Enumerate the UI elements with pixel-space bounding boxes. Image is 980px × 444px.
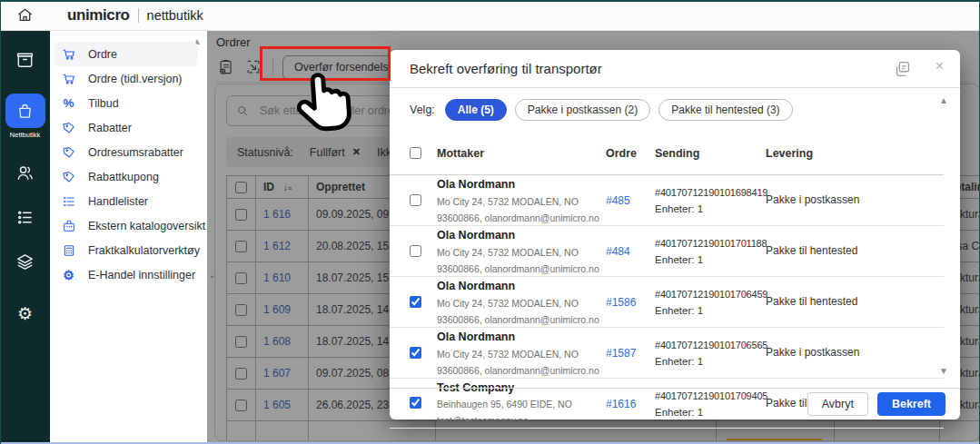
- sidebar-item-rabatter[interactable]: Rabatter: [54, 115, 198, 140]
- pill-alle[interactable]: Alle (5): [445, 99, 507, 121]
- logo-divider: [138, 8, 139, 23]
- rail-item-layers[interactable]: [5, 252, 45, 272]
- rail-item-nettbutikk[interactable]: Nettbutikk: [5, 94, 45, 139]
- sidebar-item-label: Ordresumsrabatter: [88, 146, 183, 159]
- topbar: unimicro nettbutikk: [0, 0, 980, 31]
- shipment-number: #40170712190101698419: [655, 187, 767, 198]
- modal-footer: Avbryt Bekreft: [390, 388, 960, 419]
- sidebar-item-label: Ordre (tidl.versjon): [88, 73, 183, 85]
- col-header-levering: Levering: [766, 147, 935, 160]
- pill-pakke-til-hentested[interactable]: Pakke til hentested (3): [658, 99, 792, 121]
- modal-header: Bekreft overføring til transportør ×: [390, 50, 960, 88]
- archive-box-icon: [15, 49, 35, 70]
- cart-icon: [61, 71, 76, 86]
- sidebar-item-handlelister[interactable]: Handlelister: [54, 189, 198, 213]
- shipment-checkbox[interactable]: [410, 194, 421, 206]
- select-all-shipments-checkbox[interactable]: [410, 147, 421, 159]
- sidebar-menu: Ordre Ordre (tidl.versjon) % Tilbud Raba…: [54, 42, 198, 287]
- sidebar-item-label: Rabatter: [88, 122, 132, 134]
- shipment-units: Enheter: 1: [655, 254, 703, 265]
- shipment-row[interactable]: Ola Nordmann Mo City 24, 5732 MODALEN, N…: [390, 175, 944, 226]
- shipment-number: #40170712190101701188: [655, 238, 767, 249]
- rail-item-orders[interactable]: [5, 49, 45, 70]
- shipment-checkbox[interactable]: [410, 347, 421, 359]
- confirm-button[interactable]: Bekreft: [877, 392, 945, 416]
- shipment-row[interactable]: Ola Nordmann Mo City 24, 5732 MODALEN, N…: [390, 226, 944, 277]
- sidebar-item-ordre-tidl[interactable]: Ordre (tidl.versjon): [54, 66, 198, 91]
- sidebar-item-label: Rabattkupong: [88, 171, 159, 183]
- shipment-row[interactable]: Ola Nordmann Mo City 24, 5732 MODALEN, N…: [390, 277, 944, 328]
- sidebar-item-ordre[interactable]: Ordre: [54, 42, 198, 66]
- recipient-name: Ola Nordmann: [437, 229, 515, 242]
- sidebar-item-tilbud[interactable]: % Tilbud: [54, 91, 198, 115]
- shipment-checkbox[interactable]: [410, 296, 421, 308]
- gear-icon: ⚙: [61, 267, 76, 282]
- app-window: unimicro nettbutikk Nettbutikk ⚙ ▲: [0, 0, 980, 444]
- recipient-address: Mo City 24, 5732 MODALEN, NO: [437, 298, 579, 309]
- sidebar-item-fraktkalkulatorverktoy[interactable]: Fraktkalkulatorverktøy: [54, 238, 198, 262]
- sidebar-item-ekstern-katalogoversikt[interactable]: Ekstern katalogoversikt: [54, 213, 198, 238]
- recipient-address: Mo City 24, 5732 MODALEN, NO: [437, 247, 579, 258]
- delivery-method: Pakke til hentested: [766, 244, 935, 257]
- layers-icon: [15, 252, 35, 272]
- product-name: nettbutikk: [147, 8, 203, 23]
- sidebar-item-label: Ordre: [88, 48, 117, 61]
- col-header-mottaker: Mottaker: [437, 147, 606, 160]
- order-link[interactable]: #485: [606, 194, 630, 207]
- sidebar: ▲ Ordre Ordre (tidl.versjon) % Tilbud Ra…: [50, 31, 207, 444]
- close-icon[interactable]: ×: [935, 59, 944, 74]
- gear-icon: ⚙: [17, 305, 33, 322]
- row-focus-highlight: [727, 439, 822, 440]
- shipment-row[interactable]: Ola Nordmann Mo City 24, 5732 MODALEN, N…: [390, 328, 944, 379]
- rail-item-lists[interactable]: [5, 207, 45, 228]
- sidebar-item-label: Ekstern katalogoversikt: [88, 220, 205, 232]
- pill-pakke-i-postkassen[interactable]: Pakke i postkassen (2): [515, 99, 650, 121]
- catalog-icon: [61, 218, 76, 233]
- shipments-table: Mottaker Ordre Sending Levering Ola Nord…: [390, 132, 944, 429]
- order-link[interactable]: #1586: [606, 296, 636, 309]
- sidebar-item-rabattkupong[interactable]: Rabattkupong: [54, 164, 198, 189]
- shopping-bag-icon: [15, 102, 35, 121]
- velg-label: Velg:: [410, 104, 435, 116]
- print-labels-icon[interactable]: [893, 59, 913, 83]
- col-header-ordre: Ordre: [606, 147, 655, 160]
- order-link[interactable]: #1587: [606, 347, 636, 360]
- sidebar-item-ordresumsrabatter[interactable]: Ordresumsrabatter: [54, 140, 198, 164]
- rail-active-label: Nettbutikk: [10, 131, 40, 139]
- rail-active-tile: [5, 94, 45, 128]
- sidebar-item-label: Tilbud: [88, 97, 119, 110]
- recipient-address: Mo City 24, 5732 MODALEN, NO: [437, 349, 579, 360]
- cart-icon: [61, 46, 76, 62]
- rail-item-settings[interactable]: ⚙: [5, 305, 45, 322]
- calculator-icon: [61, 242, 76, 258]
- list-settings-icon: [15, 207, 35, 228]
- rail-item-customers[interactable]: [5, 163, 45, 183]
- main-content: Ordrer Overfør forsendelser 6 Statusnivå…: [207, 31, 980, 444]
- delivery-method: Pakke i postkassen: [766, 193, 935, 206]
- icon-rail: Nettbutikk ⚙: [0, 31, 50, 444]
- sidebar-item-ehandel-innstillinger[interactable]: ⚙ E-Handel innstillinger ⌄: [54, 262, 198, 287]
- home-icon: [16, 6, 34, 24]
- recipient-contact: 93600866, olanordmann@unimicro.no: [437, 212, 599, 223]
- modal-title: Bekreft overføring til transportør: [410, 61, 602, 76]
- shipments-table-header: Mottaker Ordre Sending Levering: [390, 132, 944, 175]
- shipment-checkbox[interactable]: [410, 245, 421, 257]
- sidebar-item-label: Fraktkalkulatorverktøy: [88, 244, 200, 257]
- shipment-units: Enheter: 1: [655, 356, 703, 367]
- cancel-button[interactable]: Avbryt: [807, 392, 868, 416]
- recipient-name: Ola Nordmann: [437, 331, 515, 343]
- modal-scroll-up-icon[interactable]: ▲: [939, 95, 948, 105]
- recipient-contact: 93600866, olanordmann@unimicro.no: [437, 263, 599, 274]
- home-button[interactable]: [0, 6, 49, 24]
- shipment-units: Enheter: 1: [655, 203, 703, 214]
- order-link[interactable]: #484: [606, 245, 630, 258]
- shipment-number: #40170712190101706459: [655, 289, 767, 300]
- people-icon: [15, 163, 35, 183]
- delivery-filter-pills: Velg: Alle (5) Pakke i postkassen (2) Pa…: [410, 99, 793, 121]
- tag-icon: [61, 144, 76, 160]
- shipment-units: Enheter: 1: [655, 305, 703, 316]
- sidebar-item-label: E-Handel innstillinger: [88, 269, 195, 281]
- delivery-method: Pakke i postkassen: [766, 346, 935, 359]
- hand-cursor-icon: [289, 66, 365, 149]
- sidebar-item-label: Handlelister: [88, 195, 148, 208]
